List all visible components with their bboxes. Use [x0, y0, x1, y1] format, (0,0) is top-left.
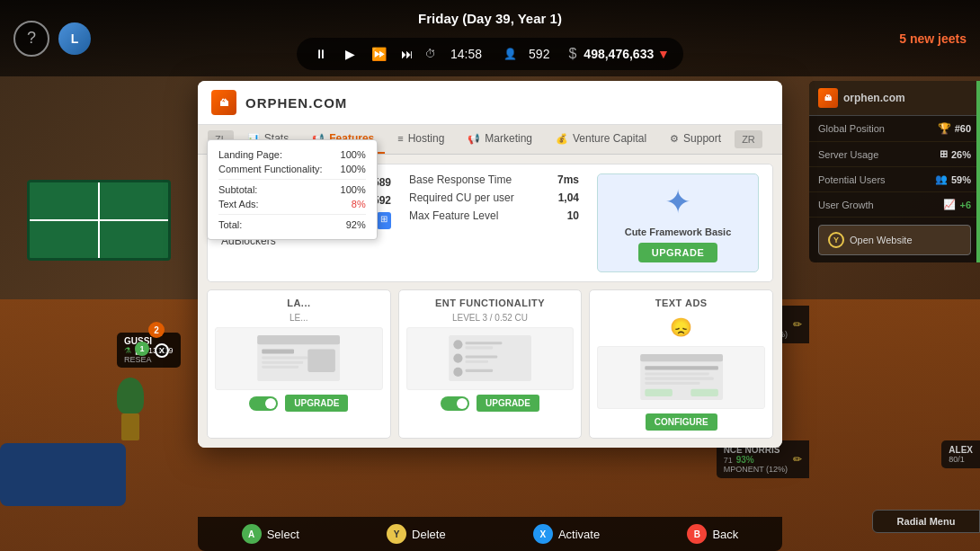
svg-rect-9: [465, 342, 502, 345]
dialog-title: ORPHEN.COM: [245, 95, 347, 111]
activate-action[interactable]: X Activate: [533, 524, 600, 544]
playback-controls: ⏸ ▶ ⏩ ⏭ ⏱ 14:58 👤 592 $ 498,476,633 ▼: [297, 38, 683, 70]
x-badge: X: [155, 343, 169, 358]
norris-pct: 93%: [736, 455, 754, 465]
right-panel-logo: 🏔: [818, 88, 838, 108]
svg-rect-3: [263, 357, 308, 360]
open-website-button[interactable]: Y Open Website: [818, 225, 971, 255]
left-badge-1: 2: [148, 322, 165, 338]
svg-point-11: [453, 354, 462, 363]
text-ads-title: TEXT ADS: [597, 298, 765, 308]
y-key-icon: Y: [828, 232, 844, 248]
svg-rect-4: [263, 361, 304, 364]
landing-page-actions: UPGRADE: [215, 395, 383, 412]
text-ads-preview: [597, 346, 765, 409]
svg-rect-18: [645, 367, 718, 370]
day-display: Friday (Day 39, Year 1): [418, 11, 562, 26]
b-button[interactable]: B: [687, 524, 707, 544]
feature-cards: LA... LE... UPGRADE: [207, 289, 773, 439]
pause-button[interactable]: ⏸: [310, 43, 332, 65]
new-jeets-badge[interactable]: 5 new jeets: [899, 31, 967, 46]
sofa: [0, 443, 126, 506]
comment-functionality-upgrade-button[interactable]: UPGRADE: [477, 395, 539, 412]
landing-page-preview: [215, 327, 383, 390]
a-button[interactable]: A: [242, 524, 262, 544]
tooltip-text-ads: Text Ads: 8%: [218, 197, 366, 211]
svg-rect-5: [263, 366, 299, 369]
green-accent-bar: [976, 81, 980, 262]
tab-support[interactable]: ⚙ Support: [659, 125, 732, 154]
stats-right: Base Response Time 7ms Required CU per u…: [409, 173, 579, 272]
dialog-logo: 🏔: [211, 90, 236, 115]
svg-rect-15: [465, 369, 493, 372]
trophy-icon: 🏆: [938, 122, 951, 135]
main-dialog: 🏔 ORPHEN.COM ZL 📊 Stats 📢 Features ≡ Hos…: [198, 81, 782, 448]
landing-page-subtitle: LE...: [215, 313, 383, 323]
landing-page-card: LA... LE... UPGRADE: [207, 289, 391, 439]
avatar: L: [58, 22, 91, 55]
tab-marketing[interactable]: 📢 Marketing: [457, 125, 543, 154]
server-usage-row: Server Usage ⊞ 26%: [809, 142, 980, 167]
text-ads-configure-button[interactable]: CONFIGURE: [646, 413, 717, 431]
back-action[interactable]: B Back: [687, 524, 738, 544]
user-growth-row: User Growth 📈 +6: [809, 192, 980, 218]
tooltip-subtotal: Subtotal: 100%: [218, 182, 366, 197]
population-display: 592: [529, 47, 549, 61]
framework-upgrade-button[interactable]: UPGRADE: [638, 243, 718, 262]
comment-functionality-card: ENT FUNCTIONALITY LEVEL 3 / 0.52 CU: [398, 289, 583, 439]
framework-star-icon: ✦: [664, 183, 691, 221]
skip-button[interactable]: ⏭: [396, 43, 418, 65]
left-badge-2: 1: [135, 342, 149, 356]
text-ads-sad-icon: 😞: [597, 313, 765, 342]
x-button[interactable]: X: [533, 524, 553, 544]
comment-functionality-subtitle: LEVEL 3 / 0.52 CU: [406, 313, 575, 323]
text-ads-preview-svg: [607, 350, 756, 404]
svg-rect-20: [645, 378, 713, 380]
comment-functionality-actions: UPGRADE: [406, 395, 575, 412]
bottom-action-bar: A Select Y Delete X Activate B Back: [198, 517, 782, 551]
dialog-header: 🏔 ORPHEN.COM: [198, 81, 782, 125]
select-action[interactable]: A Select: [242, 524, 299, 544]
support-icon: ⚙: [670, 133, 679, 145]
satisfaction-grid-icon[interactable]: ⊞: [377, 212, 391, 229]
right-panel: 🏔 orphen.com Global Position 🏆 #60 Serve…: [809, 81, 980, 262]
tooltip-landing-page: Landing Page: 100%: [218, 147, 366, 162]
comment-functionality-title: ENT FUNCTIONALITY: [406, 298, 575, 308]
venture-icon: 💰: [556, 133, 568, 145]
landing-page-toggle[interactable]: [249, 396, 278, 411]
svg-rect-17: [640, 355, 723, 362]
max-feature-row: Max Feature Level 10: [409, 209, 579, 222]
radial-menu[interactable]: Radial Menu: [872, 510, 980, 533]
potential-users-row: Potential Users 👥 59%: [809, 167, 980, 192]
comment-functionality-toggle[interactable]: [441, 396, 469, 411]
alex-name: ALEX: [949, 445, 973, 455]
plant: [108, 378, 153, 449]
landing-page-upgrade-button[interactable]: UPGRADE: [285, 395, 348, 412]
play-button[interactable]: ▶: [339, 43, 361, 65]
tab-nav-right[interactable]: ZR: [735, 130, 762, 148]
alex-value: 80/1: [949, 455, 965, 464]
svg-rect-6: [308, 350, 336, 372]
ping-pong-table: [27, 180, 171, 261]
right-panel-header: 🏔 orphen.com: [809, 81, 980, 116]
employee-card-alex: ALEX 80/1: [941, 440, 980, 468]
tooltip-total: Total: 92%: [218, 218, 366, 232]
tab-hosting[interactable]: ≡ Hosting: [387, 125, 455, 154]
svg-rect-13: [465, 360, 487, 363]
svg-rect-1: [257, 336, 340, 345]
fast-forward-button[interactable]: ⏩: [368, 43, 389, 65]
help-button[interactable]: ?: [13, 21, 49, 57]
edit-icon-norris: ✏: [793, 453, 802, 466]
svg-rect-19: [645, 373, 708, 376]
svg-rect-10: [465, 347, 493, 350]
global-position-row: Global Position 🏆 #60: [809, 116, 980, 142]
delete-action[interactable]: Y Delete: [387, 524, 446, 544]
people-icon: 👥: [935, 173, 948, 185]
tab-venture[interactable]: 💰 Venture Capital: [545, 125, 657, 154]
svg-rect-21: [645, 382, 699, 385]
text-ads-actions: CONFIGURE: [597, 413, 765, 431]
y-button[interactable]: Y: [387, 524, 406, 544]
comment-preview-svg: [415, 331, 565, 386]
tooltip-popup: Landing Page: 100% Comment Functionality…: [207, 139, 378, 240]
trend-icon: 📈: [943, 199, 956, 210]
